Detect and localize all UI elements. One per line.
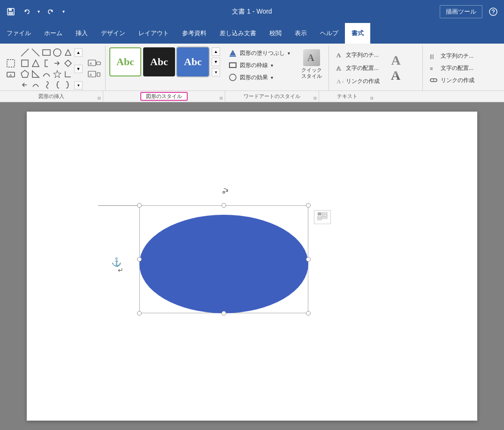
shape-square-button[interactable] (20, 58, 30, 68)
style-scroll-all-button[interactable]: ▾ (212, 68, 220, 76)
shape-scroll-all-button[interactable]: ▾ (74, 81, 83, 90)
shape-diagonal-button[interactable] (31, 47, 41, 58)
doc-title: 文書 1 - Word (232, 8, 272, 16)
style-scroll-down-button[interactable]: ▼ (212, 58, 220, 66)
shape-curve-button[interactable] (31, 80, 41, 90)
customize-qat-button[interactable]: ▾ (60, 7, 68, 16)
select-tool-button[interactable] (6, 58, 16, 68)
shape-rect-button[interactable] (41, 47, 52, 58)
svg-rect-22 (229, 63, 236, 68)
layout-options-button[interactable] (314, 210, 331, 224)
shape-effects-button[interactable]: 図形の効果 ▾ (226, 72, 293, 83)
shape-freeform-button[interactable] (63, 47, 73, 58)
shape-scroll-up-button[interactable]: ▲ (74, 48, 83, 57)
menu-help[interactable]: ヘルプ (313, 23, 345, 44)
menu-insert[interactable]: 挿入 (69, 23, 94, 44)
edit-text-button[interactable]: A (87, 58, 101, 68)
shape-line-button[interactable] (20, 47, 30, 58)
shape-circle-button[interactable] (52, 47, 62, 58)
ribbon-group-text: ||| 文字列のチ... ≡ 文字の配置... リンクの作成 (423, 45, 481, 91)
text-direction-button[interactable]: A (87, 69, 101, 80)
svg-text:A: A (336, 52, 341, 59)
svg-point-13 (53, 49, 61, 56)
menu-home[interactable]: ホーム (38, 23, 69, 44)
shape-backarrow-button[interactable] (20, 80, 30, 90)
handle-tc[interactable] (221, 203, 226, 208)
text-box-button[interactable]: A (6, 69, 16, 80)
return-arrow: ↵ (118, 266, 123, 274)
quick-style-section: A クイックスタイル (298, 47, 325, 81)
shape-lbrace-button[interactable] (52, 80, 62, 90)
shape-rtriangle-button[interactable] (31, 69, 41, 79)
shape-arc-button[interactable] (41, 69, 52, 79)
shape-outline-icon (229, 61, 237, 69)
svg-rect-40 (318, 219, 321, 220)
shape-scroll-down-button[interactable]: ▼ (74, 65, 83, 73)
top-edge-indicator (98, 205, 139, 206)
menu-view[interactable]: 表示 (288, 23, 313, 44)
text-outline-button[interactable]: A 文字の配置... (333, 62, 385, 74)
handle-ml[interactable] (137, 257, 142, 262)
shape-container[interactable]: ⚓ ↵ (139, 205, 308, 313)
text-fill-button[interactable]: A A 文字列のチ... (333, 49, 385, 60)
text-align-btn[interactable]: ≡ 文字の配置... (427, 62, 477, 74)
text-direction-btn[interactable]: ||| 文字列のチ... (427, 50, 477, 61)
undo-dropdown-button[interactable]: ▾ (37, 9, 41, 14)
ribbon-labels-row: 図形の挿入 ⊡ 図形のスタイル ⊡ ワードアートのスタイル ⊡ テキスト ⊡ (0, 91, 504, 102)
shape-lcorner-button[interactable] (63, 69, 73, 79)
svg-rect-21 (229, 56, 236, 57)
handle-tr[interactable] (306, 203, 311, 208)
style-card-black[interactable]: Abc (143, 47, 175, 76)
shape-insert-expand[interactable]: ⊡ (96, 95, 102, 101)
shape-fill-icon (229, 49, 237, 57)
style-expand[interactable]: ⊡ (218, 95, 224, 101)
shape-fill-button[interactable]: 図形の塗りつぶし ▾ (226, 47, 293, 59)
menu-format[interactable]: 書式 (345, 23, 370, 44)
svg-rect-38 (322, 217, 327, 219)
wordart-preview-a: A (391, 54, 400, 67)
redo-button[interactable] (44, 6, 57, 17)
svg-text:≡: ≡ (430, 66, 433, 71)
handle-bc[interactable] (221, 311, 226, 316)
wordart-expand[interactable]: ⊡ (312, 95, 318, 101)
menu-file[interactable]: ファイル (0, 23, 38, 44)
document-page[interactable]: ⚓ ↵ (27, 112, 477, 421)
style-cards-content: Abc Abc Abc ▲ ▼ ▾ (109, 47, 325, 89)
handle-mr[interactable] (306, 257, 311, 262)
style-card-blue[interactable]: Abc (177, 47, 209, 76)
text-content: ||| 文字列のチ... ≡ 文字の配置... リンクの作成 (427, 47, 477, 89)
shape-integral-button[interactable] (41, 80, 52, 90)
link-create-btn[interactable]: リンクの作成 (427, 75, 477, 86)
style-scroll-controls: ▲ ▼ ▾ (212, 47, 220, 76)
ribbon: A (0, 44, 504, 102)
handle-bl[interactable] (137, 311, 142, 316)
menu-layout[interactable]: レイアウト (132, 23, 176, 44)
menu-mailings[interactable]: 差し込み文書 (213, 23, 263, 44)
shape-triangle-button[interactable] (31, 58, 41, 68)
style-card-green[interactable]: Abc (109, 47, 141, 76)
shape-rbrace-button[interactable] (63, 80, 73, 90)
shape-insert-label-bar: 図形の挿入 ⊡ (0, 91, 103, 102)
rotate-handle[interactable] (218, 187, 229, 200)
menu-design[interactable]: デザイン (94, 23, 132, 44)
undo-button[interactable] (21, 6, 34, 17)
svg-line-10 (21, 49, 29, 56)
text-effects-button[interactable]: A リンクの作成 (333, 75, 385, 87)
shape-outline-button[interactable]: 図形の枠線 ▾ (226, 60, 293, 71)
text-expand[interactable]: ⊡ (369, 95, 374, 101)
help-button[interactable] (486, 6, 500, 18)
shape-bracket-button[interactable] (41, 58, 52, 68)
handle-tl[interactable] (137, 203, 142, 208)
quick-style-button[interactable]: A クイックスタイル (298, 47, 325, 81)
save-button[interactable] (4, 6, 18, 18)
shape-star-button[interactable] (52, 69, 62, 79)
menu-review[interactable]: 校閲 (263, 23, 288, 44)
shape-pentagon-button[interactable] (20, 69, 30, 79)
style-scroll-up-button[interactable]: ▲ (212, 47, 220, 56)
ellipse-shape[interactable] (139, 215, 308, 313)
shape-arrow-button[interactable] (52, 58, 62, 68)
menu-references[interactable]: 参考資料 (176, 23, 213, 44)
svg-text:A: A (336, 65, 341, 72)
shape-diamond-button[interactable] (63, 58, 73, 68)
handle-br[interactable] (306, 311, 311, 316)
